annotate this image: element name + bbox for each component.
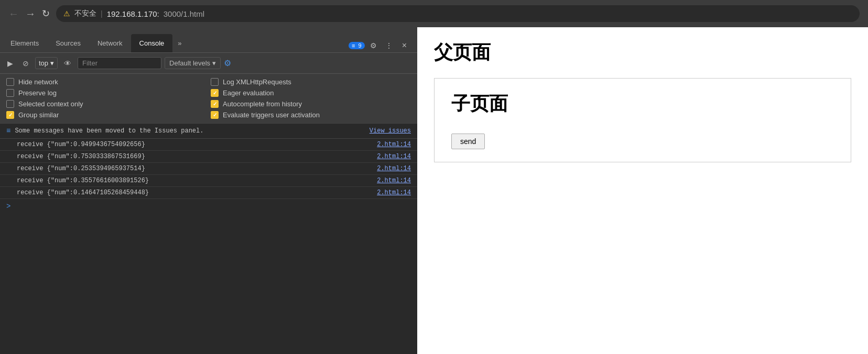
filter-input[interactable] <box>78 57 161 69</box>
context-dropdown-arrow: ▾ <box>50 59 54 67</box>
preserve-log-checkbox[interactable] <box>6 89 14 97</box>
close-devtools-button[interactable]: × <box>398 39 411 52</box>
main-page-content: 父页面 子页面 send <box>417 27 868 354</box>
badge-icon: ≡ <box>352 42 355 49</box>
option-autocomplete[interactable]: Autocomplete from history <box>211 100 411 108</box>
eval-triggers-label: Evaluate triggers user activation <box>223 111 320 119</box>
log-text: receive {"num":0.14647105268459448} <box>17 189 377 196</box>
group-similar-checkbox[interactable] <box>6 111 14 119</box>
eager-eval-label: Eager evaluation <box>223 89 274 97</box>
levels-label: Default levels <box>169 59 210 67</box>
security-warning-icon: ⚠ <box>63 9 70 18</box>
option-eval-triggers[interactable]: Evaluate triggers user activation <box>211 111 411 119</box>
log-xhr-label: Log XMLHttpRequests <box>223 78 291 86</box>
more-options-button[interactable]: ⋮ <box>382 39 396 52</box>
clear-console-button[interactable]: ⊘ <box>19 57 32 70</box>
hide-network-checkbox[interactable] <box>6 78 14 86</box>
options-area: Hide network Log XMLHttpRequests Preserv… <box>0 73 417 123</box>
option-group-similar[interactable]: Group similar <box>6 111 207 119</box>
levels-arrow: ▾ <box>212 59 216 67</box>
log-source[interactable]: 2.html:14 <box>377 153 411 160</box>
tab-elements[interactable]: Elements <box>2 34 47 52</box>
option-selected-context[interactable]: Selected context only <box>6 100 207 108</box>
iframe-container: 子页面 send <box>434 78 851 162</box>
devtools-tab-bar: Elements Sources Network Console » ≡ 9 ⚙… <box>0 27 417 52</box>
settings-button[interactable]: ⚙ <box>367 39 380 52</box>
log-entry: receive {"num":0.35576616003891526} 2.ht… <box>0 175 417 187</box>
context-selector[interactable]: top ▾ <box>35 57 58 69</box>
tab-actions: ≡ 9 ⚙ ⋮ × <box>344 39 415 52</box>
tab-sources[interactable]: Sources <box>47 34 89 52</box>
console-output: ≡ Some messages have been moved to the I… <box>0 123 417 354</box>
log-entry: receive {"num":0.14647105268459448} 2.ht… <box>0 187 417 199</box>
log-text: receive {"num":0.9499436754092656} <box>17 141 377 148</box>
log-source[interactable]: 2.html:14 <box>377 141 411 148</box>
autocomplete-label: Autocomplete from history <box>223 100 302 108</box>
autocomplete-checkbox[interactable] <box>211 100 219 108</box>
option-hide-network[interactable]: Hide network <box>6 78 207 86</box>
log-xhr-checkbox[interactable] <box>211 78 219 86</box>
selected-context-label: Selected context only <box>18 100 83 108</box>
preserve-log-label: Preserve log <box>18 89 57 97</box>
option-eager-eval[interactable]: Eager evaluation <box>211 89 411 97</box>
eye-button[interactable]: 👁 <box>61 57 74 70</box>
back-button[interactable]: ← <box>8 8 19 19</box>
log-text: receive {"num":0.7530333867531669} <box>17 153 377 160</box>
tab-network[interactable]: Network <box>89 34 131 52</box>
log-source[interactable]: 2.html:14 <box>377 189 411 196</box>
option-preserve-log[interactable]: Preserve log <box>6 89 207 97</box>
child-page-title: 子页面 <box>451 91 834 117</box>
selected-context-checkbox[interactable] <box>6 100 14 108</box>
console-toolbar: ▶ ⊘ top ▾ 👁 Default levels ▾ ⚙ <box>0 52 417 73</box>
reload-button[interactable]: ↻ <box>42 8 50 19</box>
devtools-panel: Elements Sources Network Console » ≡ 9 ⚙… <box>0 27 417 354</box>
log-entry: receive {"num":0.9499436754092656} 2.htm… <box>0 139 417 151</box>
log-source[interactable]: 2.html:14 <box>377 165 411 172</box>
issues-info-icon: ≡ <box>6 127 10 135</box>
url-path: 3000/1.html <box>164 9 204 18</box>
parent-page-title: 父页面 <box>434 40 851 65</box>
issues-banner-text: Some messages have been moved to the Iss… <box>15 127 203 135</box>
browser-chrome: ← → ↻ ⚠ 不安全 | 192.168.1.170:3000/1.html <box>0 0 868 27</box>
badge-count: 9 <box>359 42 362 49</box>
log-entry: receive {"num":0.2535394965937514} 2.htm… <box>0 163 417 175</box>
hide-network-label: Hide network <box>18 78 58 86</box>
url-separator: | <box>101 9 103 18</box>
eval-triggers-checkbox[interactable] <box>211 111 219 119</box>
log-text: receive {"num":0.35576616003891526} <box>17 177 377 184</box>
prompt-symbol: > <box>6 202 10 211</box>
context-label: top <box>39 59 48 67</box>
address-bar[interactable]: ⚠ 不安全 | 192.168.1.170:3000/1.html <box>56 5 860 22</box>
eager-eval-checkbox[interactable] <box>211 89 219 97</box>
log-text: receive {"num":0.2535394965937514} <box>17 165 377 172</box>
levels-button[interactable]: Default levels ▾ <box>165 57 221 69</box>
forward-button[interactable]: → <box>25 8 36 19</box>
content-row: Elements Sources Network Console » ≡ 9 ⚙… <box>0 27 868 354</box>
tab-console[interactable]: Console <box>131 34 173 52</box>
url-host: 192.168.1.170: <box>107 9 159 18</box>
log-source[interactable]: 2.html:14 <box>377 177 411 184</box>
send-button[interactable]: send <box>451 134 485 149</box>
execute-button[interactable]: ▶ <box>4 57 16 70</box>
settings-gear-icon[interactable]: ⚙ <box>224 58 231 68</box>
option-log-xhr[interactable]: Log XMLHttpRequests <box>211 78 411 86</box>
console-prompt[interactable]: > <box>0 199 417 214</box>
issues-badge[interactable]: ≡ 9 <box>349 42 365 49</box>
issues-banner: ≡ Some messages have been moved to the I… <box>0 123 417 139</box>
log-entry: receive {"num":0.7530333867531669} 2.htm… <box>0 151 417 163</box>
view-issues-link[interactable]: View issues <box>370 127 411 135</box>
tab-more-button[interactable]: » <box>172 34 187 52</box>
security-label: 不安全 <box>74 9 96 18</box>
group-similar-label: Group similar <box>18 111 59 119</box>
